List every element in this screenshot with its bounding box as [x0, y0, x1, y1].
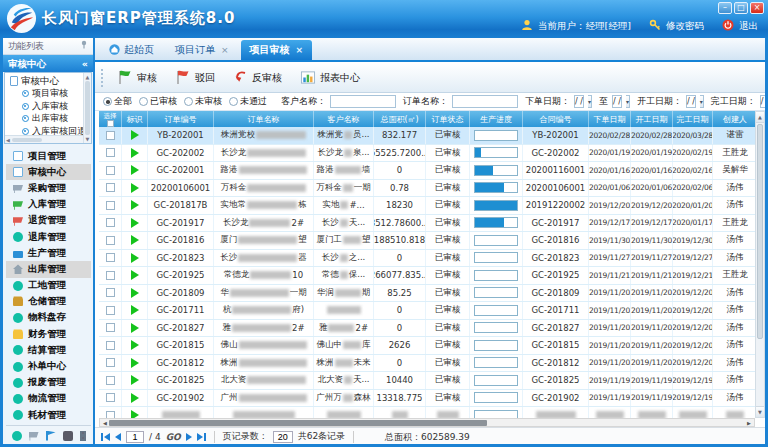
table-row[interactable]: GC-201711杭府)0已审核GC-2017112019/11/202019/… [99, 302, 755, 320]
row-checkbox[interactable] [106, 393, 115, 402]
sidebar-item-settlement-mgmt[interactable]: 结算管理 [6, 342, 91, 358]
start-date-dropdown-button[interactable]: ▾ [700, 95, 704, 108]
scroll-up-icon[interactable]: ▲ [756, 112, 764, 123]
sidebar-item-project-mgmt[interactable]: 项目管理 [6, 148, 91, 164]
go-button[interactable]: GO [166, 432, 181, 442]
row-checkbox[interactable] [106, 166, 115, 175]
order-date-input[interactable]: / / [574, 95, 584, 108]
next-page-button[interactable] [186, 433, 192, 441]
row-checkbox[interactable] [106, 288, 115, 297]
row-checkbox[interactable] [106, 201, 115, 210]
finish-date-input[interactable]: / / [760, 95, 765, 108]
column-header-客户名称[interactable]: 客户名称 [314, 111, 374, 127]
table-horizontal-scrollbar[interactable]: ◀ ▶ [99, 418, 755, 427]
table-row[interactable]: GC-201827雅2#雅2#0已审核GC-2018272019/11/2020… [99, 320, 755, 338]
sidebar-item-return-store-mgmt[interactable]: 退库管理 [6, 229, 91, 245]
start-date-input[interactable]: / / [686, 95, 696, 108]
radio-icon[interactable] [229, 97, 238, 106]
column-header-选择[interactable]: 选择 [99, 111, 122, 127]
row-checkbox[interactable] [106, 183, 115, 192]
row-checkbox[interactable] [106, 358, 115, 367]
table-row[interactable]: GC-202002长沙龙长沙龙泉...65525.7200...已审核GC-20… [99, 145, 755, 163]
tree-item-入库审核[interactable]: 入库审核 [5, 100, 91, 113]
table-row[interactable]: GC-201902广州广州万森林13318.775已审核GC-201902201… [99, 390, 755, 408]
scroll-right-icon[interactable]: ▶ [745, 420, 753, 426]
row-checkbox[interactable] [106, 376, 115, 385]
sidebar-group-header[interactable]: 审核中心 « [3, 55, 93, 72]
table-row[interactable]: 20200106001万科金万科金一期0.78已审核20200106001202… [99, 180, 755, 198]
radio-未审核[interactable]: 未审核 [184, 95, 222, 108]
column-header-开工日期[interactable]: 开工日期 [631, 111, 673, 127]
table-row[interactable]: GC-201815佛山佛山中库2626已审核GC-2018152019/11/2… [99, 337, 755, 355]
tree-item-出库审核[interactable]: 出库审核 [5, 113, 91, 126]
sidebar-item-finance-mgmt[interactable]: 财务管理 [6, 326, 91, 342]
sidebar-item-supplement-center[interactable]: 补单中心 [6, 358, 91, 374]
close-icon[interactable]: × [296, 45, 304, 55]
scroll-left-icon[interactable]: ◀ [101, 420, 109, 426]
sidebar-item-material-stock[interactable]: 物料盘存 [6, 310, 91, 326]
order-date-to-dropdown-button[interactable]: ▾ [626, 95, 630, 108]
radio-icon[interactable] [139, 97, 148, 106]
row-checkbox[interactable] [106, 131, 115, 140]
sidebar-item-scrap-mgmt[interactable]: 报废管理 [6, 375, 91, 391]
row-checkbox[interactable] [106, 218, 115, 227]
maximize-button[interactable]: □ [734, 2, 748, 14]
table-row[interactable]: GC-201917长沙龙2#长沙天...8512.78600...已审核GC-2… [99, 215, 755, 233]
logout-button[interactable]: 退出 [739, 20, 758, 33]
column-header-完工日期[interactable]: 完工日期 [673, 111, 713, 127]
tree-vscroll-thumb[interactable] [85, 81, 90, 135]
audit-button[interactable]: 审核 [115, 67, 163, 89]
sidebar-item-site-mgmt[interactable]: 工地管理 [6, 278, 91, 294]
order-date-to-input[interactable]: / / [612, 95, 622, 108]
column-header-总面积(㎡)[interactable]: 总面积(㎡) [374, 111, 426, 127]
sidebar-item-consumable-mgmt[interactable]: 耗材管理 [6, 407, 91, 423]
last-page-button[interactable] [197, 433, 206, 441]
sidebar-item-production-mgmt[interactable]: 生产管理 [6, 245, 91, 261]
row-checkbox[interactable] [106, 306, 115, 315]
row-checkbox[interactable] [106, 236, 115, 245]
tree-hscroll-thumb[interactable] [12, 138, 42, 142]
scroll-up-icon[interactable]: ▲ [86, 74, 90, 80]
row-checkbox[interactable] [106, 341, 115, 350]
table-row[interactable]: GC-201825北大资北大资天...10440已审核GC-2018252019… [99, 372, 755, 390]
table-row[interactable]: GC-201823长沙器长沙之...0已审核GC-2018232019/11/2… [99, 250, 755, 268]
sidebar-item-inbound-mgmt[interactable]: 入库管理 [6, 197, 91, 213]
column-header-订单编号[interactable]: 订单编号 [148, 111, 214, 127]
prev-page-button[interactable] [115, 433, 121, 441]
close-button[interactable]: × [750, 2, 764, 14]
scroll-down-icon[interactable]: ▼ [756, 406, 764, 417]
hscroll-thumb[interactable] [109, 420, 487, 426]
sidebar-item-purchase-mgmt[interactable]: 采购管理 [6, 180, 91, 196]
row-checkbox[interactable] [106, 323, 115, 332]
radio-icon[interactable] [184, 97, 193, 106]
sidebar-item-warehouse-mgmt[interactable]: 仓储管理 [6, 294, 91, 310]
table-row[interactable]: GC-201809华一期华润期85.25已审核GC-2018092019/11/… [99, 285, 755, 303]
table-vertical-scrollbar[interactable]: ▲ ▼ [755, 111, 765, 418]
table-row[interactable]: GC-201817B实地常栋实地#...18230已审核201912200022… [99, 197, 755, 215]
report-center-button[interactable]: 报表中心 [298, 68, 366, 89]
unaudit-button[interactable]: 反审核 [231, 68, 288, 89]
close-icon[interactable]: × [221, 45, 229, 55]
tree-vertical-scrollbar[interactable]: ▲ ▼ [83, 73, 91, 143]
row-checkbox[interactable] [106, 411, 115, 418]
collapse-icon[interactable]: « [82, 55, 88, 72]
table-row[interactable]: GC-201816厦门望厦门工望188510.818已审核GC-20181620… [99, 232, 755, 250]
page-number-input[interactable] [126, 431, 144, 443]
sidebar-item-logistics-mgmt[interactable]: 物流管理 [6, 391, 91, 407]
order-name-input[interactable] [452, 95, 518, 108]
radio-未通过[interactable]: 未通过 [229, 95, 267, 108]
radio-已审核[interactable]: 已审核 [139, 95, 177, 108]
radio-全部[interactable]: 全部 [103, 95, 132, 108]
column-header-创建人[interactable]: 创建人 [713, 111, 758, 127]
tree-root-audit-center[interactable]: 审核中心 [5, 75, 91, 88]
radio-icon[interactable] [103, 97, 112, 106]
column-header-订单名称[interactable]: 订单名称 [214, 111, 314, 127]
scroll-down-icon[interactable]: ▼ [86, 136, 90, 142]
tree-item-项目审核[interactable]: 项目审核 [5, 88, 91, 101]
vscroll-thumb[interactable] [757, 124, 763, 339]
row-checkbox[interactable] [106, 253, 115, 262]
tab-start-page[interactable]: 起始页 [100, 40, 163, 60]
table-row[interactable] [99, 407, 755, 418]
reject-button[interactable]: 驳回 [173, 67, 221, 89]
first-page-button[interactable] [101, 433, 110, 441]
